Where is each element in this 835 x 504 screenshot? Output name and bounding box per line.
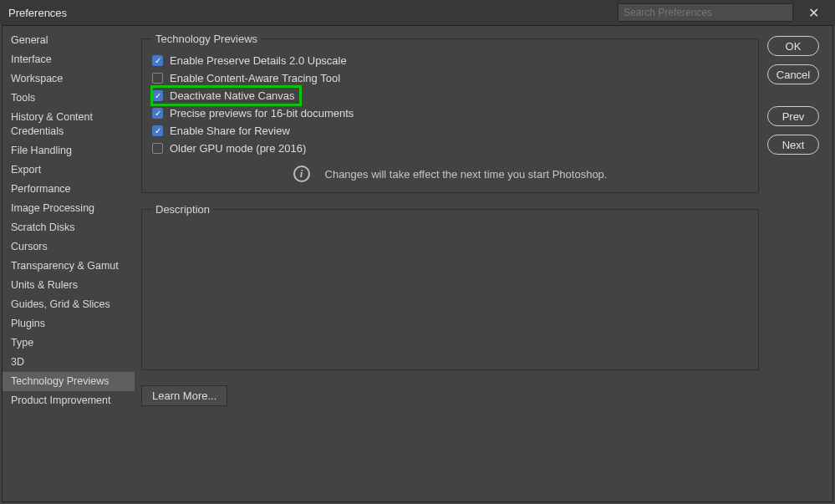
info-text: Changes will take effect the next time y… [325,168,608,181]
sidebar-item[interactable]: Plugins [3,314,135,333]
sidebar-item[interactable]: General [3,31,135,50]
main-panel: Technology Previews ✓Enable Preserve Det… [135,26,767,501]
learn-more-button[interactable]: Learn More... [141,385,227,406]
search-input[interactable] [618,3,793,22]
sidebar-item[interactable]: Image Processing [3,199,135,218]
checkbox[interactable]: ✓ [152,73,163,84]
next-button[interactable]: Next [767,135,819,155]
window-title: Preferences [8,7,67,19]
technology-previews-group: Technology Previews ✓Enable Preserve Det… [141,33,759,193]
dialog-buttons: OK Cancel Prev Next [767,26,832,501]
ok-button[interactable]: OK [767,36,819,56]
sidebar: GeneralInterfaceWorkspaceToolsHistory & … [3,26,135,501]
option-row: ✓Older GPU mode (pre 2016) [152,140,748,157]
description-group: Description [141,203,759,370]
option-row: ✓Enable Share for Review [152,122,748,140]
description-title: Description [152,203,213,216]
option-label: Older GPU mode (pre 2016) [170,142,306,155]
checkbox[interactable]: ✓ [152,55,163,66]
sidebar-item[interactable]: Workspace [3,69,135,89]
content-area: GeneralInterfaceWorkspaceToolsHistory & … [2,25,833,502]
checkbox[interactable]: ✓ [152,125,163,136]
sidebar-item[interactable]: File Handling [3,141,135,160]
checkbox[interactable]: ✓ [152,90,163,101]
sidebar-item[interactable]: Technology Previews [3,372,135,391]
checkbox[interactable]: ✓ [152,143,163,154]
option-label: Precise previews for 16-bit documents [170,107,354,120]
checkbox[interactable]: ✓ [152,108,163,119]
option-label: Enable Preserve Details 2.0 Upscale [170,54,347,67]
close-icon[interactable]: ✕ [800,5,827,21]
option-row: ✓Enable Content-Aware Tracing Tool [152,69,748,87]
sidebar-item[interactable]: Tools [3,89,135,108]
group-title: Technology Previews [152,33,261,45]
option-label: Enable Share for Review [170,125,290,137]
sidebar-item[interactable]: 3D [3,353,135,372]
sidebar-item[interactable]: Type [3,333,135,353]
option-label: Deactivate Native Canvas [170,89,295,102]
sidebar-item[interactable]: Performance [3,180,135,199]
titlebar: Preferences ✕ [0,0,835,25]
option-label: Enable Content-Aware Tracing Tool [170,72,340,84]
sidebar-item[interactable]: History & Content Credentials [3,108,135,141]
info-row: i Changes will take effect the next time… [152,165,748,182]
sidebar-item[interactable]: Export [3,160,135,180]
sidebar-item[interactable]: Guides, Grid & Slices [3,295,135,314]
option-row: ✓Deactivate Native Canvas [152,87,300,104]
sidebar-item[interactable]: Product Improvement [3,391,135,410]
sidebar-item[interactable]: Cursors [3,237,135,257]
sidebar-item[interactable]: Scratch Disks [3,218,135,237]
prev-button[interactable]: Prev [767,106,819,126]
sidebar-item[interactable]: Transparency & Gamut [3,257,135,276]
cancel-button[interactable]: Cancel [767,64,819,84]
option-row: ✓Precise previews for 16-bit documents [152,104,748,122]
sidebar-item[interactable]: Interface [3,50,135,69]
sidebar-item[interactable]: Units & Rulers [3,276,135,295]
option-row: ✓Enable Preserve Details 2.0 Upscale [152,52,748,69]
info-icon: i [293,165,310,182]
